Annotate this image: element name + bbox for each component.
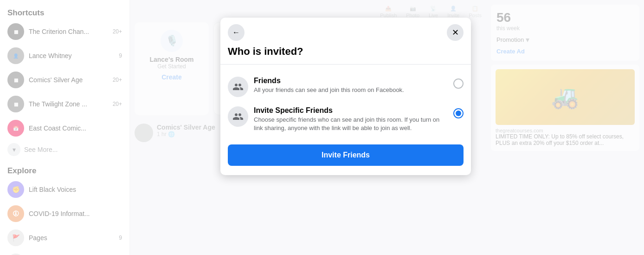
- modal-header: ← ✕: [220, 18, 471, 46]
- modal-close-button[interactable]: ✕: [447, 24, 464, 41]
- close-icon: ✕: [452, 27, 459, 38]
- option-invite-specific-text: Invite Specific Friends Choose specific …: [254, 106, 448, 132]
- invite-specific-svg-icon: [232, 111, 244, 122]
- option-invite-specific-title: Invite Specific Friends: [254, 106, 448, 115]
- option-invite-specific-desc: Choose specific friends who can see and …: [254, 116, 448, 132]
- option-friends-radio[interactable]: [453, 78, 464, 89]
- modal-body: Friends All your friends can see and joi…: [220, 72, 471, 137]
- option-invite-specific-radio[interactable]: [453, 108, 464, 118]
- page-layout: Shortcuts ▦ The Criterion Chan... 20+ 👤 …: [0, 0, 644, 255]
- option-friends-icon: [228, 77, 248, 97]
- back-icon: ←: [232, 28, 240, 37]
- friends-svg-icon: [232, 81, 244, 92]
- option-friends-desc: All your friends can see and join this r…: [254, 86, 448, 94]
- modal-divider: [220, 64, 471, 65]
- modal-footer: Invite Friends: [220, 137, 471, 166]
- option-friends-text: Friends All your friends can see and joi…: [254, 77, 448, 94]
- option-friends[interactable]: Friends All your friends can see and joi…: [228, 72, 464, 102]
- modal-title: Who is invited?: [220, 46, 471, 64]
- option-invite-specific-icon: [228, 106, 248, 127]
- modal-back-button[interactable]: ←: [228, 24, 245, 41]
- option-friends-title: Friends: [254, 77, 448, 85]
- modal-who-invited: ← ✕ Who is invited? Friends All your fri…: [220, 18, 471, 175]
- option-invite-specific[interactable]: Invite Specific Friends Choose specific …: [228, 102, 464, 137]
- invite-friends-button[interactable]: Invite Friends: [228, 144, 464, 166]
